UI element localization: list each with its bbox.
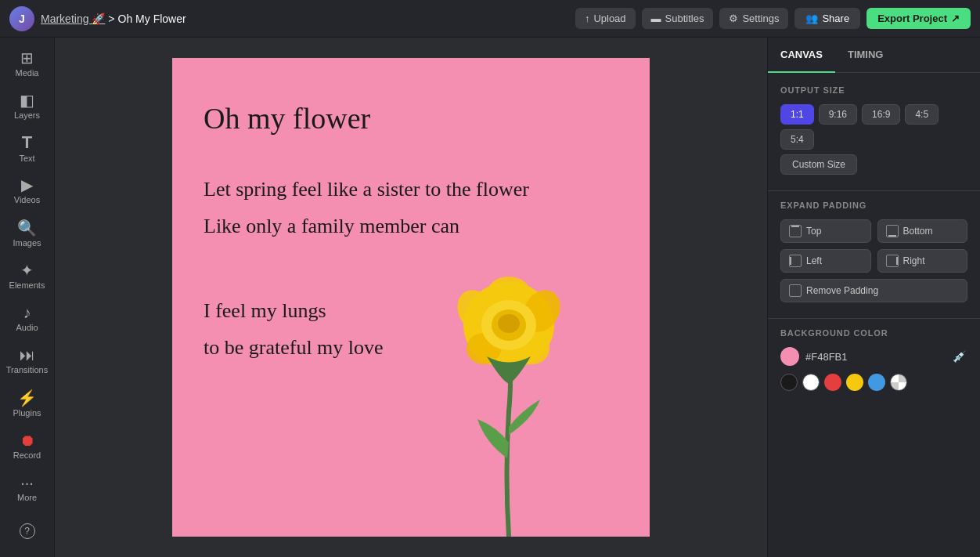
topbar-actions: ↑ Upload ▬ Subtitles ⚙ Settings 👥 Share …	[575, 8, 971, 29]
color-swatch-white[interactable]	[802, 374, 820, 391]
sidebar-item-help[interactable]: ?	[4, 512, 51, 551]
sidebar-item-videos[interactable]: ▶ Videos	[4, 172, 51, 211]
padding-left-icon	[789, 255, 802, 267]
breadcrumb-project[interactable]: Marketing 🚀	[41, 13, 105, 25]
canvas-title: Oh my flower	[204, 101, 370, 136]
padding-grid: Top Bottom Left	[780, 219, 967, 302]
sidebar-item-plugins[interactable]: ⚡ Plugins	[4, 384, 51, 423]
sidebar-item-label: Media	[16, 68, 39, 78]
background-color-section: BACKGROUND COLOR #F48FB1 💉	[768, 328, 980, 403]
padding-top-button[interactable]: Top	[780, 219, 871, 243]
export-button[interactable]: Export Project ↗	[867, 8, 971, 29]
size-16-9-button[interactable]: 16:9	[862, 104, 900, 125]
canvas-area: Oh my flower Let spring feel like a sist…	[55, 38, 767, 557]
panel-tabs: CANVAS TIMING	[768, 38, 980, 73]
upload-button[interactable]: ↑ Upload	[575, 8, 636, 29]
media-icon: ⊞	[20, 50, 34, 66]
breadcrumb-separator: >	[108, 13, 114, 25]
output-size-label: OUTPUT SIZE	[780, 85, 967, 95]
bg-color-swatch[interactable]	[780, 347, 799, 366]
transitions-icon: ⏭	[20, 347, 35, 363]
layers-icon: ◧	[20, 92, 34, 108]
padding-bottom-button[interactable]: Bottom	[877, 219, 968, 243]
breadcrumb-current: Oh My Flower	[118, 13, 186, 25]
canvas-frame[interactable]: Oh my flower Let spring feel like a sist…	[172, 58, 650, 537]
sidebar-item-label: Videos	[14, 195, 40, 204]
size-5-4-button[interactable]: 5:4	[780, 129, 814, 150]
bg-color-row: #F48FB1 💉	[780, 347, 967, 366]
custom-size-button[interactable]: Custom Size	[780, 154, 857, 175]
canvas-poem-bottom: I feel my lungs to be grateful my love	[204, 293, 384, 367]
gear-icon: ⚙	[729, 13, 738, 24]
padding-bottom-icon	[886, 225, 899, 237]
bg-color-label: BACKGROUND COLOR	[780, 328, 967, 338]
sidebar-item-label: More	[17, 493, 37, 502]
sidebar: ⊞ Media ◧ Layers T Text ▶ Videos 🔍 Image…	[0, 38, 55, 557]
size-1-1-button[interactable]: 1:1	[780, 104, 814, 125]
sidebar-item-label: Images	[13, 238, 41, 248]
right-panel: CANVAS TIMING OUTPUT SIZE 1:1 9:16 16:9 …	[767, 38, 980, 557]
images-icon: 🔍	[17, 220, 37, 236]
sidebar-item-elements[interactable]: ✦ Elements	[4, 256, 51, 295]
sidebar-item-label: Record	[13, 450, 41, 460]
remove-padding-button[interactable]: Remove Padding	[780, 279, 967, 302]
sidebar-item-audio[interactable]: ♪ Audio	[4, 299, 51, 338]
padding-right-button[interactable]: Right	[877, 249, 968, 273]
padding-left-button[interactable]: Left	[780, 249, 871, 273]
output-size-section: OUTPUT SIZE 1:1 9:16 16:9 4:5 5:4 Custom…	[768, 73, 980, 187]
tab-canvas[interactable]: CANVAS	[768, 38, 835, 73]
remove-padding-icon	[789, 284, 802, 297]
sidebar-item-text[interactable]: T Text	[4, 129, 51, 168]
bg-hex-value: #F48FB1	[805, 351, 945, 363]
sidebar-item-label: Transitions	[6, 365, 48, 374]
subtitles-button[interactable]: ▬ Subtitles	[642, 8, 714, 29]
eyedropper-button[interactable]: 💉	[951, 349, 967, 364]
sidebar-item-label: Plugins	[13, 408, 41, 418]
color-swatch-black[interactable]	[780, 374, 798, 391]
canvas-poem-top: Let spring feel like a sister to the flo…	[204, 172, 529, 245]
audio-icon: ♪	[23, 305, 31, 320]
topbar: J Marketing 🚀 > Oh My Flower ↑ Upload ▬ …	[0, 0, 980, 38]
subtitles-icon: ▬	[651, 13, 661, 24]
color-swatch-red[interactable]	[824, 374, 841, 391]
elements-icon: ✦	[20, 262, 34, 278]
color-swatch-yellow[interactable]	[846, 374, 863, 391]
svg-point-8	[498, 314, 520, 333]
color-swatch-transparent[interactable]	[890, 374, 907, 391]
text-icon: T	[22, 134, 32, 151]
size-9-16-button[interactable]: 9:16	[819, 104, 857, 125]
canvas-rose-image	[431, 255, 587, 537]
tab-timing[interactable]: TIMING	[835, 38, 896, 73]
help-icon: ?	[20, 523, 35, 539]
sidebar-item-images[interactable]: 🔍 Images	[4, 214, 51, 253]
breadcrumb: Marketing 🚀 > Oh My Flower	[41, 13, 186, 25]
expand-padding-label: EXPAND PADDING	[780, 201, 967, 210]
color-swatches	[780, 374, 967, 391]
export-icon: ↗	[951, 13, 960, 24]
padding-top-icon	[789, 225, 802, 237]
share-icon: 👥	[805, 13, 818, 24]
size-4-5-button[interactable]: 4:5	[905, 104, 939, 125]
sidebar-item-label: Elements	[9, 280, 45, 290]
size-buttons: 1:1 9:16 16:9 4:5 5:4	[780, 104, 967, 150]
sidebar-item-label: Layers	[14, 110, 40, 120]
sidebar-item-label: Text	[19, 154, 34, 163]
sidebar-item-label: Audio	[16, 323, 38, 332]
plugins-icon: ⚡	[17, 390, 37, 406]
videos-icon: ▶	[21, 177, 33, 193]
color-swatch-blue[interactable]	[868, 374, 885, 391]
sidebar-item-record[interactable]: ⏺ Record	[4, 426, 51, 465]
sidebar-item-transitions[interactable]: ⏭ Transitions	[4, 342, 51, 381]
padding-right-icon	[886, 255, 899, 267]
more-icon: ···	[20, 475, 34, 490]
sidebar-item-layers[interactable]: ◧ Layers	[4, 86, 51, 125]
sidebar-item-media[interactable]: ⊞ Media	[4, 44, 51, 83]
expand-padding-section: EXPAND PADDING Top Bottom	[768, 201, 980, 315]
sidebar-item-more[interactable]: ··· More	[4, 469, 51, 508]
avatar: J	[9, 6, 34, 31]
main-layout: ⊞ Media ◧ Layers T Text ▶ Videos 🔍 Image…	[0, 38, 980, 557]
settings-button[interactable]: ⚙ Settings	[719, 8, 788, 29]
record-icon: ⏺	[20, 432, 35, 448]
share-button[interactable]: 👥 Share	[794, 8, 860, 29]
upload-icon: ↑	[585, 13, 590, 24]
